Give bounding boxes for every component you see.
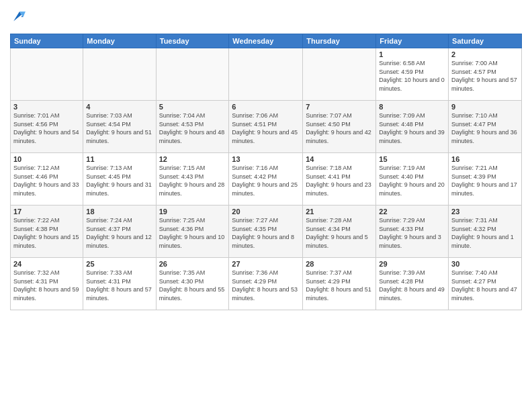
day-number: 11 (86, 155, 152, 163)
day-number: 17 (13, 208, 80, 216)
day-number: 21 (306, 208, 373, 216)
day-info: Sunrise: 7:39 AM Sunset: 4:28 PM Dayligh… (379, 269, 445, 302)
day-cell: 25Sunrise: 7:33 AM Sunset: 4:31 PM Dayli… (83, 258, 156, 310)
day-cell: 18Sunrise: 7:24 AM Sunset: 4:37 PM Dayli… (83, 205, 156, 258)
day-number: 27 (232, 260, 300, 268)
page: SundayMondayTuesdayWednesdayThursdayFrid… (0, 0, 532, 411)
day-number: 26 (159, 260, 226, 268)
logo (10, 9, 28, 28)
day-info: Sunrise: 7:18 AM Sunset: 4:41 PM Dayligh… (306, 164, 373, 197)
weekday-header-sunday: Sunday (11, 34, 83, 48)
day-cell: 3Sunrise: 7:01 AM Sunset: 4:56 PM Daylig… (11, 101, 83, 153)
day-cell: 14Sunrise: 7:18 AM Sunset: 4:41 PM Dayli… (303, 153, 376, 205)
day-cell: 29Sunrise: 7:39 AM Sunset: 4:28 PM Dayli… (376, 258, 449, 310)
week-row-2: 3Sunrise: 7:01 AM Sunset: 4:56 PM Daylig… (11, 101, 522, 153)
day-info: Sunrise: 7:00 AM Sunset: 4:57 PM Dayligh… (451, 59, 519, 93)
day-cell: 4Sunrise: 7:03 AM Sunset: 4:54 PM Daylig… (83, 101, 156, 153)
day-info: Sunrise: 7:25 AM Sunset: 4:36 PM Dayligh… (159, 216, 226, 250)
day-info: Sunrise: 7:04 AM Sunset: 4:53 PM Dayligh… (159, 111, 226, 145)
day-number: 28 (306, 260, 373, 268)
day-info: Sunrise: 7:03 AM Sunset: 4:54 PM Dayligh… (86, 111, 152, 145)
day-info: Sunrise: 7:32 AM Sunset: 4:31 PM Dayligh… (13, 269, 80, 302)
day-cell: 1Sunrise: 6:58 AM Sunset: 4:59 PM Daylig… (376, 48, 449, 101)
day-number: 13 (232, 155, 300, 163)
day-cell: 8Sunrise: 7:09 AM Sunset: 4:48 PM Daylig… (376, 101, 449, 153)
day-number: 14 (306, 155, 373, 163)
day-number: 1 (379, 50, 445, 58)
day-info: Sunrise: 7:16 AM Sunset: 4:42 PM Dayligh… (232, 164, 300, 197)
day-info: Sunrise: 7:13 AM Sunset: 4:45 PM Dayligh… (86, 164, 152, 197)
day-cell: 28Sunrise: 7:37 AM Sunset: 4:29 PM Dayli… (303, 258, 376, 310)
day-number: 22 (379, 208, 445, 216)
day-info: Sunrise: 7:29 AM Sunset: 4:33 PM Dayligh… (379, 216, 445, 250)
day-number: 29 (379, 260, 445, 268)
day-number: 23 (451, 208, 519, 216)
day-number: 16 (451, 155, 519, 163)
day-info: Sunrise: 7:15 AM Sunset: 4:43 PM Dayligh… (159, 164, 226, 197)
day-cell: 11Sunrise: 7:13 AM Sunset: 4:45 PM Dayli… (83, 153, 156, 205)
day-number: 25 (86, 260, 152, 268)
day-info: Sunrise: 7:35 AM Sunset: 4:30 PM Dayligh… (159, 269, 226, 302)
day-number: 10 (13, 155, 80, 163)
day-cell: 17Sunrise: 7:22 AM Sunset: 4:38 PM Dayli… (11, 205, 83, 258)
weekday-header-friday: Friday (376, 34, 449, 48)
day-number: 2 (451, 50, 519, 58)
day-number: 12 (159, 155, 226, 163)
header (10, 7, 522, 28)
day-info: Sunrise: 7:06 AM Sunset: 4:51 PM Dayligh… (232, 111, 300, 145)
day-info: Sunrise: 7:28 AM Sunset: 4:34 PM Dayligh… (306, 216, 373, 250)
weekday-header-wednesday: Wednesday (229, 34, 303, 48)
weekday-header-thursday: Thursday (303, 34, 376, 48)
day-number: 20 (232, 208, 300, 216)
day-cell: 15Sunrise: 7:19 AM Sunset: 4:40 PM Dayli… (376, 153, 449, 205)
day-cell: 16Sunrise: 7:21 AM Sunset: 4:39 PM Dayli… (449, 153, 522, 205)
day-number: 24 (13, 260, 80, 268)
weekday-header-monday: Monday (83, 34, 156, 48)
week-row-1: 1Sunrise: 6:58 AM Sunset: 4:59 PM Daylig… (11, 48, 522, 101)
day-info: Sunrise: 7:01 AM Sunset: 4:56 PM Dayligh… (13, 111, 80, 145)
day-cell: 22Sunrise: 7:29 AM Sunset: 4:33 PM Dayli… (376, 205, 449, 258)
logo-icon (11, 9, 28, 26)
weekday-header-tuesday: Tuesday (156, 34, 229, 48)
day-cell: 7Sunrise: 7:07 AM Sunset: 4:50 PM Daylig… (303, 101, 376, 153)
day-cell: 19Sunrise: 7:25 AM Sunset: 4:36 PM Dayli… (156, 205, 229, 258)
weekday-header-row: SundayMondayTuesdayWednesdayThursdayFrid… (11, 34, 522, 48)
day-info: Sunrise: 7:22 AM Sunset: 4:38 PM Dayligh… (13, 216, 80, 250)
day-number: 5 (159, 103, 226, 111)
day-cell: 9Sunrise: 7:10 AM Sunset: 4:47 PM Daylig… (449, 101, 522, 153)
day-number: 7 (306, 103, 373, 111)
day-cell (83, 48, 156, 101)
day-number: 15 (379, 155, 445, 163)
day-info: Sunrise: 7:40 AM Sunset: 4:27 PM Dayligh… (451, 269, 519, 302)
day-cell (229, 48, 303, 101)
day-info: Sunrise: 7:37 AM Sunset: 4:29 PM Dayligh… (306, 269, 373, 302)
day-number: 3 (13, 103, 80, 111)
day-cell: 6Sunrise: 7:06 AM Sunset: 4:51 PM Daylig… (229, 101, 303, 153)
day-info: Sunrise: 7:24 AM Sunset: 4:37 PM Dayligh… (86, 216, 152, 250)
day-cell: 27Sunrise: 7:36 AM Sunset: 4:29 PM Dayli… (229, 258, 303, 310)
day-cell: 2Sunrise: 7:00 AM Sunset: 4:57 PM Daylig… (449, 48, 522, 101)
calendar: SundayMondayTuesdayWednesdayThursdayFrid… (10, 34, 522, 310)
day-cell: 13Sunrise: 7:16 AM Sunset: 4:42 PM Dayli… (229, 153, 303, 205)
day-cell: 5Sunrise: 7:04 AM Sunset: 4:53 PM Daylig… (156, 101, 229, 153)
week-row-5: 24Sunrise: 7:32 AM Sunset: 4:31 PM Dayli… (11, 258, 522, 310)
day-info: Sunrise: 7:12 AM Sunset: 4:46 PM Dayligh… (13, 164, 80, 197)
day-info: Sunrise: 7:07 AM Sunset: 4:50 PM Dayligh… (306, 111, 373, 145)
day-number: 18 (86, 208, 152, 216)
day-cell: 30Sunrise: 7:40 AM Sunset: 4:27 PM Dayli… (449, 258, 522, 310)
week-row-4: 17Sunrise: 7:22 AM Sunset: 4:38 PM Dayli… (11, 205, 522, 258)
day-info: Sunrise: 7:19 AM Sunset: 4:40 PM Dayligh… (379, 164, 445, 197)
day-cell (11, 48, 83, 101)
day-cell: 21Sunrise: 7:28 AM Sunset: 4:34 PM Dayli… (303, 205, 376, 258)
day-cell: 10Sunrise: 7:12 AM Sunset: 4:46 PM Dayli… (11, 153, 83, 205)
day-info: Sunrise: 7:36 AM Sunset: 4:29 PM Dayligh… (232, 269, 300, 302)
day-info: Sunrise: 7:33 AM Sunset: 4:31 PM Dayligh… (86, 269, 152, 302)
day-number: 9 (451, 103, 519, 111)
day-cell: 20Sunrise: 7:27 AM Sunset: 4:35 PM Dayli… (229, 205, 303, 258)
day-number: 19 (159, 208, 226, 216)
day-number: 30 (451, 260, 519, 268)
day-cell: 23Sunrise: 7:31 AM Sunset: 4:32 PM Dayli… (449, 205, 522, 258)
day-cell: 26Sunrise: 7:35 AM Sunset: 4:30 PM Dayli… (156, 258, 229, 310)
week-row-3: 10Sunrise: 7:12 AM Sunset: 4:46 PM Dayli… (11, 153, 522, 205)
day-cell (303, 48, 376, 101)
